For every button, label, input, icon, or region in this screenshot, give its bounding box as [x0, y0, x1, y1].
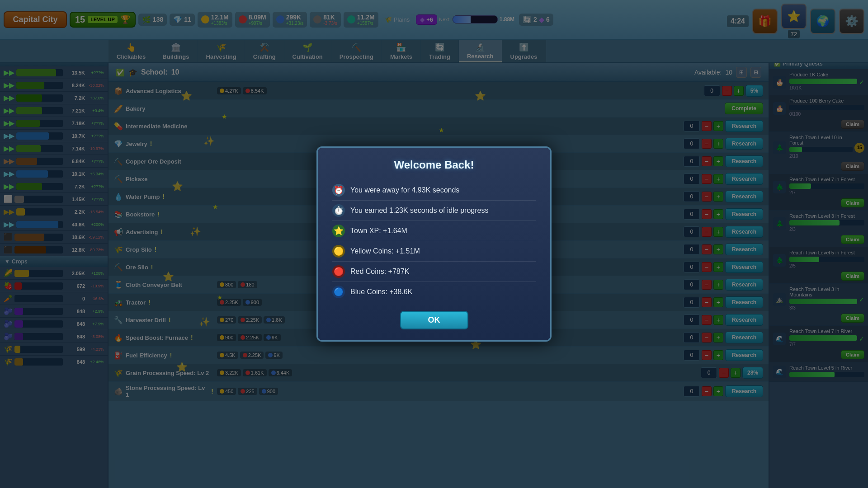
- ok-button[interactable]: OK: [400, 311, 468, 329]
- clock-icon: ⏰: [332, 184, 345, 197]
- modal-title: Welcome Back!: [332, 159, 536, 171]
- modal-item-idle-progress: ⏱️ You earned 1.23K seconds of idle prog…: [332, 201, 536, 221]
- idle-icon: ⏱️: [332, 204, 345, 217]
- town-xp-icon: ⭐: [332, 225, 345, 237]
- modal-item-blue-coins: 🔵 Blue Coins: +38.6K: [332, 282, 536, 302]
- modal-overlay: Welcome Back! ⏰ You were away for 4.93K …: [0, 0, 868, 488]
- modal-item-town-xp: ⭐ Town XP: +1.64M: [332, 221, 536, 241]
- red-modal-icon: 🔴: [332, 265, 345, 278]
- modal-item-red-coins: 🔴 Red Coins: +787K: [332, 262, 536, 282]
- welcome-modal: Welcome Back! ⏰ You were away for 4.93K …: [316, 146, 552, 342]
- yellow-modal-icon: 🟡: [332, 245, 345, 258]
- blue-modal-icon: 🔵: [332, 286, 345, 298]
- modal-item-away-time: ⏰ You were away for 4.93K seconds: [332, 180, 536, 201]
- modal-item-yellow-coins: 🟡 Yellow Coins: +1.51M: [332, 241, 536, 262]
